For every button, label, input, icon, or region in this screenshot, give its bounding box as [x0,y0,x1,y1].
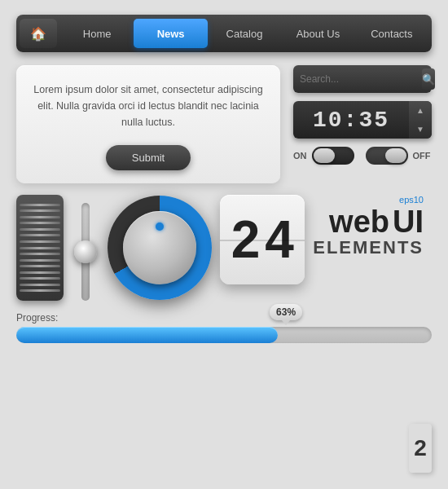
toggle-on-wrap: ON [293,147,354,165]
card-body-text: Lorem ipsum dolor sit amet, consectetur … [31,82,266,130]
progress-track[interactable] [16,327,432,343]
slider-line [20,277,60,280]
text-card: Lorem ipsum dolor sit amet, consectetur … [16,65,280,183]
slider-line [20,284,60,286]
nav-catalog-label: Catalog [226,28,263,40]
nav-item-catalog[interactable]: Catalog [208,19,281,48]
home-icon: 🏠 [30,26,46,42]
v-slider-track [81,203,90,301]
clock-display: 10:35 [293,108,409,133]
slider-line [20,265,60,267]
progress-label-row: Progress: [16,312,432,324]
progress-fill [16,327,278,343]
slider-line [20,234,60,236]
toggle-on-switch[interactable] [312,147,354,165]
knob-indicator-dot [156,222,164,231]
down-arrow-icon: ▼ [416,125,424,134]
search-button[interactable]: 🔍 [422,68,435,90]
toggle-off-label: OFF [413,151,431,161]
clock-up-button[interactable]: ▲ [409,101,432,120]
knob-inner [123,211,196,284]
slider-line [20,271,60,274]
search-icon: 🔍 [422,73,435,86]
slider-line [20,216,60,218]
bottom-area: 2 4 eps10 Web UI ELEMENTS [16,195,432,301]
search-input[interactable] [300,73,422,85]
brand-elements: ELEMENTS [313,237,424,258]
progress-container: 63% [16,327,432,343]
slider-lines [16,195,64,301]
nav-item-news[interactable]: News [134,19,207,48]
slider-line [20,222,60,224]
nav-home-label: Home [83,28,112,40]
web-ui-row: Web UI [329,206,424,237]
toggle-off-wrap: OFF [366,147,431,165]
toggle-off-knob [385,148,406,163]
slider-line [20,209,60,212]
slider-line [20,228,60,231]
clock-widget: 10:35 ▲ ▼ [293,101,432,139]
brand-web: Web [329,206,389,237]
slider-line [20,204,60,206]
slider-line [20,259,60,262]
slider-line [20,289,60,292]
knob-dial[interactable] [108,195,212,301]
flip-clock: 2 4 [220,195,305,284]
toggle-on-knob [314,148,335,163]
branding-wrap: eps10 Web UI ELEMENTS [313,195,432,262]
navigation-bar: 🏠 Home News Catalog About Us Contacts [16,15,432,52]
toggle-on-label: ON [293,151,307,161]
search-bar: 🔍 [293,65,432,93]
flip-digit-2: 4 [265,214,294,266]
clock-down-button[interactable]: ▼ [409,120,432,139]
progress-section: Progress: 63% [16,312,432,343]
nav-item-contacts[interactable]: Contacts [355,19,428,48]
progress-bubble: 63% [270,304,302,320]
v-slider-knob[interactable] [74,240,97,263]
toggle-off-switch[interactable] [366,147,408,165]
main-content: Lorem ipsum dolor sit amet, consectetur … [16,65,432,183]
clock-arrows: ▲ ▼ [409,101,432,139]
toggle-row: ON OFF [293,147,432,165]
nav-item-about[interactable]: About Us [281,19,354,48]
nav-item-home[interactable]: Home [60,19,134,48]
brand-eps: eps10 [399,195,424,205]
brand-ui: UI [393,206,424,237]
vertical-slider[interactable] [72,195,99,301]
nav-about-label: About Us [296,28,340,40]
home-button[interactable]: 🏠 [20,19,57,48]
up-arrow-icon: ▲ [416,106,424,115]
submit-button[interactable]: Submit [106,145,191,170]
slider-line [20,247,60,249]
horizontal-slider[interactable] [16,195,64,301]
right-panel: 🔍 10:35 ▲ ▼ ON [293,65,432,183]
flip-digit-1: 2 [231,214,261,266]
slider-line [20,240,60,243]
knob-outer-ring [108,196,212,300]
nav-news-label: News [157,28,185,40]
slider-line [20,253,60,255]
progress-label: Progress: [16,312,58,324]
nav-contacts-label: Contacts [371,28,412,40]
brand-part-badge: 2 [409,424,432,473]
